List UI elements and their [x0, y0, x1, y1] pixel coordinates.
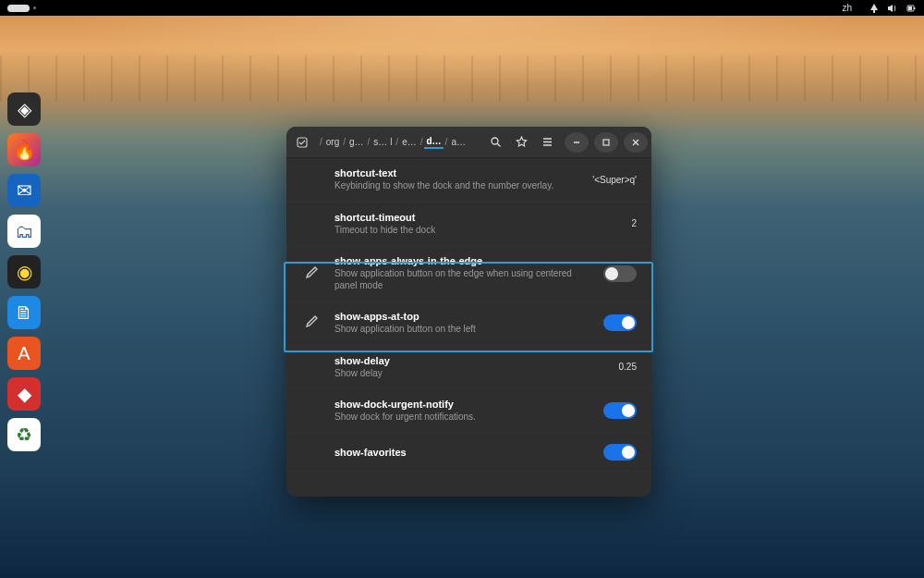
- dock-software[interactable]: A: [7, 337, 41, 370]
- key-name: show-delay: [334, 355, 608, 366]
- key-list[interactable]: shortcut-textKeybinding to show the dock…: [286, 158, 651, 497]
- dock-firefox[interactable]: 🔥: [7, 133, 41, 166]
- volume-icon[interactable]: [887, 3, 898, 14]
- key-row-shortcut-text[interactable]: shortcut-textKeybinding to show the dock…: [286, 158, 651, 203]
- key-row-show-favorites[interactable]: show-favorites: [286, 434, 651, 472]
- key-desc: Show delay: [334, 368, 608, 380]
- input-source-indicator[interactable]: zh: [842, 3, 852, 13]
- path-breadcrumb[interactable]: /org /g… /s… l /e… /d… /a…: [316, 136, 481, 149]
- key-desc: Timeout to hide the dock: [334, 225, 620, 237]
- trash-icon: ♻: [16, 424, 32, 446]
- pencil-icon: [305, 264, 323, 283]
- dconf-logo-icon: [290, 130, 314, 154]
- key-value: 2: [631, 218, 637, 228]
- svg-rect-3: [298, 138, 307, 147]
- key-row-shortcut-timeout[interactable]: shortcut-timeoutTimeout to hide the dock…: [286, 203, 651, 247]
- key-desc: Keybinding to show the dock and the numb…: [334, 180, 581, 192]
- key-name: show-dock-urgent-notify: [334, 399, 592, 410]
- speaker-icon: ◉: [17, 261, 32, 283]
- toggle-show-apps-at-top[interactable]: [603, 314, 637, 331]
- key-value: '<Super>q': [592, 175, 637, 185]
- svg-rect-1: [914, 7, 916, 9]
- key-desc: Show application button on the left: [334, 324, 592, 336]
- key-name: show-apps-always-in-the-edge: [334, 255, 592, 266]
- battery-icon[interactable]: [906, 3, 917, 14]
- dock: ◈ 🔥 ✉ 🗂 ◉ 🗎 A ◆ ♻: [4, 92, 44, 451]
- svg-rect-2: [908, 6, 912, 10]
- dock-app[interactable]: ◆: [7, 377, 41, 411]
- key-name: shortcut-text: [334, 167, 581, 178]
- key-row-show-dock-urgent-notify[interactable]: show-dock-urgent-notifyShow dock for urg…: [286, 389, 651, 434]
- key-desc: Show application button on the edge when…: [334, 268, 592, 291]
- toggle-show-dock-urgent-notify[interactable]: [603, 402, 637, 419]
- dock-writer[interactable]: 🗎: [7, 296, 41, 329]
- document-icon: 🗎: [15, 302, 33, 324]
- top-bar: zh: [0, 0, 924, 16]
- toggle-show-favorites[interactable]: [603, 444, 637, 461]
- pencil-icon: [305, 314, 323, 332]
- key-row-show-apps-always-in-the-edge[interactable]: show-apps-always-in-the-edgeShow applica…: [286, 246, 651, 301]
- svg-line-5: [497, 143, 500, 146]
- key-desc: Show dock for urgent notifications.: [334, 412, 592, 424]
- bookmark-button[interactable]: [509, 130, 533, 154]
- wallpaper-cranes: [0, 55, 924, 102]
- dock-thunderbird[interactable]: ✉: [7, 174, 41, 207]
- key-name: shortcut-timeout: [334, 212, 620, 223]
- key-value: 0.25: [619, 362, 637, 372]
- search-button[interactable]: [483, 130, 507, 154]
- close-button[interactable]: [624, 132, 648, 153]
- svg-rect-10: [603, 140, 609, 145]
- key-row-show-apps-at-top[interactable]: show-apps-at-topShow application button …: [286, 301, 651, 346]
- maximize-button[interactable]: [594, 132, 618, 153]
- app-icon: ◆: [18, 383, 31, 405]
- activities-pill[interactable]: [7, 5, 30, 12]
- shopping-bag-icon: A: [18, 343, 30, 364]
- workspace-dot: [33, 6, 36, 9]
- dock-show-apps[interactable]: ◈: [7, 92, 41, 126]
- menu-button[interactable]: [535, 130, 559, 154]
- firefox-icon: 🔥: [13, 139, 36, 161]
- svg-point-4: [492, 138, 498, 144]
- ubuntu-icon: ◈: [18, 98, 31, 120]
- headerbar: /org /g… /s… l /e… /d… /a…: [286, 127, 651, 158]
- key-row-show-delay[interactable]: show-delayShow delay0.25: [286, 346, 651, 390]
- network-icon[interactable]: [869, 3, 880, 14]
- dconf-editor-window: /org /g… /s… l /e… /d… /a… shortcut-text…: [286, 127, 651, 497]
- key-name: show-apps-at-top: [334, 311, 592, 322]
- minimize-button[interactable]: [565, 132, 589, 153]
- dock-files[interactable]: 🗂: [7, 215, 41, 248]
- thunderbird-icon: ✉: [17, 179, 32, 202]
- dock-rhythmbox[interactable]: ◉: [7, 255, 41, 289]
- dock-trash[interactable]: ♻: [7, 418, 41, 451]
- files-icon: 🗂: [15, 221, 33, 242]
- key-name: show-favorites: [334, 447, 592, 458]
- toggle-show-apps-always-in-the-edge[interactable]: [603, 265, 637, 282]
